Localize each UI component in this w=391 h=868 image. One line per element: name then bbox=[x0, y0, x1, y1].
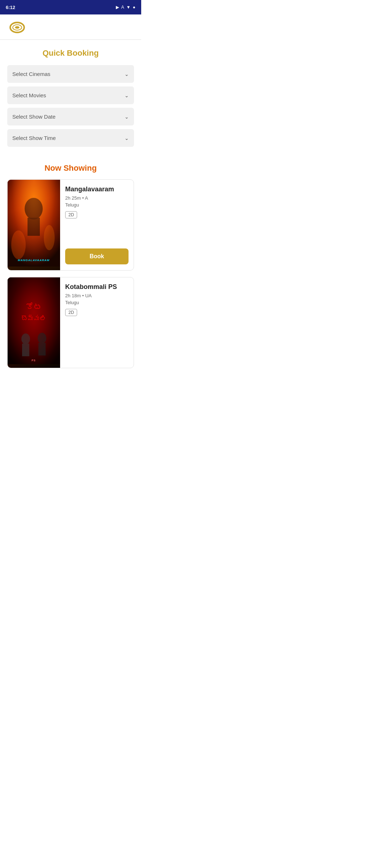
chevron-down-icon: ⌄ bbox=[125, 93, 129, 98]
format-badge-mangalavaaram: 2D bbox=[65, 211, 77, 218]
svg-rect-4 bbox=[8, 180, 60, 267]
svg-rect-17 bbox=[38, 343, 46, 356]
svg-rect-15 bbox=[22, 344, 29, 356]
select-cinemas-label: Select Cinemas bbox=[12, 71, 50, 77]
svg-point-7 bbox=[11, 230, 26, 259]
svg-point-14 bbox=[21, 333, 30, 344]
separator: • bbox=[82, 293, 85, 298]
svg-text:కోట: కోట bbox=[26, 302, 42, 312]
svg-rect-6 bbox=[28, 218, 40, 236]
movie-card-kotabommali: కోట బొమ్మలి PS Kotabommali PS 2h 18m • U… bbox=[7, 277, 134, 368]
movie-title-mangalavaaram: Mangalavaaram bbox=[65, 186, 129, 193]
movie-duration: 2h 18m bbox=[65, 293, 81, 298]
movie-info-mangalavaaram: Mangalavaaram 2h 25m • A Telugu 2D Book bbox=[60, 180, 134, 270]
select-show-time-label: Select Show Time bbox=[12, 135, 56, 141]
play-icon: ▶ bbox=[116, 5, 119, 10]
svg-point-8 bbox=[44, 225, 55, 250]
movie-rating: UA bbox=[85, 293, 92, 298]
svg-point-16 bbox=[38, 333, 46, 344]
svg-rect-10 bbox=[8, 277, 60, 364]
svg-text:MANGALAVAARAM: MANGALAVAARAM bbox=[18, 259, 50, 262]
movie-info-kotabommali: Kotabommali PS 2h 18m • UA Telugu 2D bbox=[60, 277, 134, 368]
poster-svg-kotabommali: కోట బొమ్మలి PS bbox=[8, 277, 60, 364]
svg-text:PS: PS bbox=[31, 359, 35, 362]
quick-booking-title: Quick Booking bbox=[7, 48, 134, 58]
status-icons: ▶ A ▼ ● bbox=[116, 5, 135, 10]
svg-text:బొమ్మలి: బొమ్మలి bbox=[21, 315, 46, 322]
chevron-down-icon: ⌄ bbox=[125, 135, 129, 141]
svg-point-5 bbox=[25, 198, 43, 220]
movie-language-mangalavaaram: Telugu bbox=[65, 202, 129, 208]
select-show-time-dropdown[interactable]: Select Show Time ⌄ bbox=[7, 129, 134, 147]
app-logo bbox=[7, 19, 27, 35]
now-showing-section: Now Showing bbox=[0, 156, 141, 378]
movie-language-kotabommali: Telugu bbox=[65, 300, 129, 305]
accessibility-icon: A bbox=[121, 5, 124, 10]
badge-row-mangalavaaram: 2D bbox=[65, 211, 129, 218]
status-time: 6:12 bbox=[6, 5, 15, 10]
select-movies-label: Select Movies bbox=[12, 92, 46, 98]
signal-icon: ● bbox=[133, 5, 135, 10]
movie-title-kotabommali: Kotabommali PS bbox=[65, 283, 129, 291]
wifi-icon: ▼ bbox=[126, 5, 131, 10]
format-badge-kotabommali: 2D bbox=[65, 309, 77, 316]
header bbox=[0, 14, 141, 40]
select-show-date-dropdown[interactable]: Select Show Date ⌄ bbox=[7, 108, 134, 125]
movie-card-mangalavaaram: MANGALAVAARAM Mangalavaaram 2h 25m • A T… bbox=[7, 179, 134, 271]
now-showing-title: Now Showing bbox=[7, 163, 134, 173]
svg-rect-11 bbox=[8, 277, 60, 364]
badge-row-kotabommali: 2D bbox=[65, 309, 129, 316]
poster-svg-mangalavaaram: MANGALAVAARAM bbox=[8, 180, 60, 267]
movie-duration: 2h 25m bbox=[65, 195, 81, 201]
chevron-down-icon: ⌄ bbox=[125, 114, 129, 120]
logo-wrapper bbox=[7, 19, 27, 35]
svg-point-2 bbox=[15, 26, 19, 29]
movie-meta-kotabommali: 2h 18m • UA bbox=[65, 293, 129, 298]
movie-meta-mangalavaaram: 2h 25m • A bbox=[65, 195, 129, 201]
movie-poster-mangalavaaram: MANGALAVAARAM bbox=[8, 180, 60, 270]
select-show-date-label: Select Show Date bbox=[12, 114, 55, 120]
chevron-down-icon: ⌄ bbox=[125, 71, 129, 77]
movie-rating: A bbox=[85, 195, 88, 201]
select-cinemas-dropdown[interactable]: Select Cinemas ⌄ bbox=[7, 65, 134, 83]
select-movies-dropdown[interactable]: Select Movies ⌄ bbox=[7, 86, 134, 104]
movie-poster-kotabommali: కోట బొమ్మలి PS bbox=[8, 277, 60, 368]
quick-booking-section: Quick Booking Select Cinemas ⌄ Select Mo… bbox=[0, 40, 141, 156]
svg-rect-3 bbox=[8, 180, 60, 267]
status-bar: 6:12 ▶ A ▼ ● bbox=[0, 0, 141, 14]
book-button-mangalavaaram[interactable]: Book bbox=[65, 248, 129, 264]
